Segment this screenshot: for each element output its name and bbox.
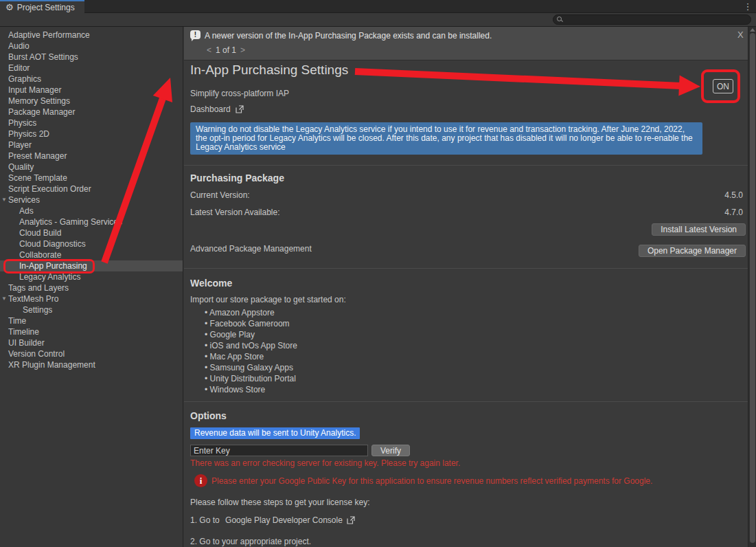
toolbar xyxy=(0,13,756,27)
store-list-item: Samsung Galaxy Apps xyxy=(205,362,297,373)
sidebar-item[interactable]: ▼ Graphics xyxy=(0,74,183,85)
sidebar-item[interactable]: ▼ Package Manager xyxy=(0,107,183,118)
sidebar-item[interactable]: ▼ Player xyxy=(0,139,183,150)
section-divider xyxy=(184,401,748,402)
sidebar-item-label: XR Plugin Management xyxy=(8,360,95,370)
settings-category-list: ▼ Adaptive Performance ▼ Audio ▼ Burst A… xyxy=(0,27,183,547)
sidebar-item[interactable]: ▼ Collaborate xyxy=(0,249,183,260)
google-play-console-link-label: Google Play Developer Console xyxy=(225,515,343,525)
welcome-heading: Welcome xyxy=(190,278,232,289)
external-link-icon xyxy=(236,105,244,113)
sidebar-item[interactable]: ▼ In-App Purchasing xyxy=(0,260,183,271)
sidebar-item-label: Time xyxy=(8,316,26,326)
sidebar-item-label: Ads xyxy=(19,206,34,216)
section-divider xyxy=(184,165,748,166)
step-2: 2. Go to your appropriate project. xyxy=(190,537,311,546)
sidebar-item-label: Physics xyxy=(8,118,36,128)
sidebar-item-label: Services xyxy=(8,195,40,205)
sidebar-item[interactable]: ▼ Input Manager xyxy=(0,85,183,96)
sidebar-item[interactable]: ▼ Cloud Diagnostics xyxy=(0,238,183,249)
sidebar-item-label: Input Manager xyxy=(8,85,61,95)
sidebar-item[interactable]: ▼ Ads xyxy=(0,205,183,216)
google-key-error-message: Please enter your Google Public Key for … xyxy=(211,476,652,486)
analytics-notice-badge: Revenue data will be sent to Unity Analy… xyxy=(190,427,360,439)
sidebar-item-label: Preset Manager xyxy=(8,151,67,161)
external-link-icon xyxy=(347,516,355,524)
page-subtitle: Simplify cross-platform IAP xyxy=(190,89,289,98)
sidebar-item[interactable]: ▼ XR Plugin Management xyxy=(0,359,183,370)
store-list-item: Mac App Store xyxy=(205,351,297,362)
sidebar-item-label: Version Control xyxy=(8,349,65,359)
open-package-manager-button[interactable]: Open Package Manager xyxy=(639,245,746,257)
sidebar-item[interactable]: ▼ Quality xyxy=(0,161,183,172)
chevron-down-icon[interactable]: ▼ xyxy=(1,293,8,304)
pager-next-button[interactable]: > xyxy=(240,45,245,55)
sidebar-item[interactable]: ▼ Script Execution Order xyxy=(0,183,183,194)
sidebar-item-label: Tags and Layers xyxy=(8,283,69,293)
sidebar-item[interactable]: ▼ Burst AOT Settings xyxy=(0,52,183,63)
google-play-console-link[interactable]: Google Play Developer Console xyxy=(225,515,355,525)
sidebar-item-label: Timeline xyxy=(8,327,39,337)
sidebar-item-label: Memory Settings xyxy=(8,96,70,106)
search-input[interactable] xyxy=(566,16,744,24)
sidebar-item-label: In-App Purchasing xyxy=(19,261,87,271)
sidebar-item-label: Collaborate xyxy=(19,250,61,260)
legacy-analytics-warning: Warning do not disable the Legacy Analyt… xyxy=(190,122,702,155)
search-box[interactable] xyxy=(553,14,751,25)
server-error-message: There was an error checking server for e… xyxy=(190,458,460,468)
close-icon[interactable]: X xyxy=(737,30,744,40)
store-list-item: Windows Store xyxy=(205,384,297,395)
sidebar-item[interactable]: ▼ Physics 2D xyxy=(0,129,183,139)
sidebar-item-label: Adaptive Performance xyxy=(8,30,90,40)
latest-version-value: 4.7.0 xyxy=(724,208,743,217)
sidebar-item[interactable]: ▼ Analytics - Gaming Services xyxy=(0,216,183,227)
google-key-input[interactable] xyxy=(190,445,368,456)
purchasing-package-heading: Purchasing Package xyxy=(190,172,284,183)
error-info-icon: i xyxy=(194,474,207,487)
sidebar-item[interactable]: ▼ Legacy Analytics xyxy=(0,271,183,282)
sidebar-item[interactable]: ▼ UI Builder xyxy=(0,337,183,348)
sidebar-item-label: Physics 2D xyxy=(8,129,49,139)
sidebar-item[interactable]: ▼ Settings xyxy=(0,304,183,315)
sidebar-item[interactable]: ▼ Adaptive Performance xyxy=(0,30,183,41)
sidebar-item-label: Cloud Build xyxy=(19,228,61,238)
sidebar-item-label: TextMesh Pro xyxy=(8,294,58,304)
sidebar-item[interactable]: ▼ Memory Settings xyxy=(0,96,183,107)
sidebar-item[interactable]: ▼ Physics xyxy=(0,118,183,129)
notification-pager: < 1 of 1 > xyxy=(207,45,245,55)
pager-prev-button[interactable]: < xyxy=(207,45,211,55)
tab-project-settings[interactable]: ⚙ Project Settings xyxy=(0,0,84,13)
sidebar-item[interactable]: ▼ Timeline xyxy=(0,326,183,337)
verify-button[interactable]: Verify xyxy=(371,445,410,456)
sidebar-item[interactable]: ▼ Time xyxy=(0,315,183,326)
sidebar-item-label: Graphics xyxy=(8,74,41,84)
sidebar-item[interactable]: ▼ Preset Manager xyxy=(0,150,183,161)
current-version-label: Current Version: xyxy=(190,190,250,200)
sidebar-item-label: Analytics - Gaming Services xyxy=(19,217,122,227)
sidebar-item[interactable]: ▼ Audio xyxy=(0,41,183,52)
store-list-item: Unity Distribution Portal xyxy=(205,373,297,384)
iap-on-toggle[interactable]: ON xyxy=(713,79,733,93)
sidebar-item[interactable]: ▼ Version Control xyxy=(0,348,183,359)
dashboard-link-label: Dashboard xyxy=(190,104,231,114)
sidebar-item[interactable]: ▼ Services xyxy=(0,194,183,205)
sidebar-item[interactable]: ▼ Tags and Layers xyxy=(0,282,183,293)
sidebar-item[interactable]: ▼ Editor xyxy=(0,63,183,74)
scroll-up-icon[interactable] xyxy=(750,28,755,32)
sidebar-item-label: Package Manager xyxy=(8,107,75,117)
dashboard-link[interactable]: Dashboard xyxy=(190,104,244,114)
kebab-menu-icon[interactable]: ⋮ xyxy=(742,1,753,12)
latest-version-label: Latest Version Available: xyxy=(190,208,280,217)
chevron-down-icon[interactable]: ▼ xyxy=(1,194,8,205)
vertical-scrollbar[interactable] xyxy=(748,27,756,547)
scrollbar-thumb[interactable] xyxy=(750,33,755,543)
sidebar-item-label: UI Builder xyxy=(8,338,45,348)
sidebar-item-label: Player xyxy=(8,140,32,150)
tab-title: Project Settings xyxy=(17,3,75,12)
install-latest-version-button[interactable]: Install Latest Version xyxy=(652,223,746,236)
sidebar-item[interactable]: ▼ Scene Template xyxy=(0,172,183,183)
project-settings-window: ⚙ Project Settings ⋮ ▼ Adaptive Performa… xyxy=(0,0,756,547)
step-1-prefix: 1. Go to xyxy=(190,515,220,525)
sidebar-item[interactable]: ▼ Cloud Build xyxy=(0,227,183,238)
sidebar-item[interactable]: ▼ TextMesh Pro xyxy=(0,293,183,304)
